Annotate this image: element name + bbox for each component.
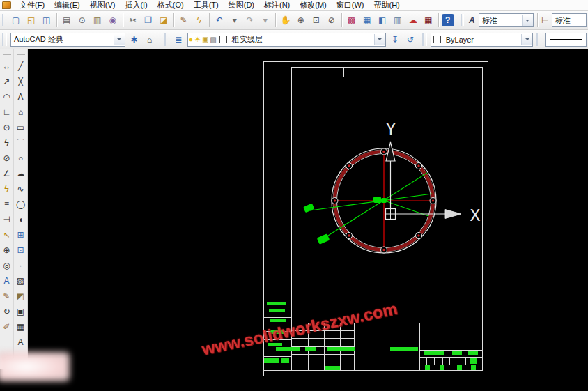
dimension-text-edit-button[interactable]: A: [0, 273, 13, 289]
redo-options-button[interactable]: ▾: [258, 13, 272, 27]
polygon-button[interactable]: ⌂: [14, 105, 27, 120]
linear-dimension-button[interactable]: ↔: [0, 59, 13, 74]
block-editor-button[interactable]: ϟ: [192, 13, 206, 27]
arc-button[interactable]: ⌒: [14, 135, 27, 151]
toolbar-grip[interactable]: [17, 52, 25, 55]
toolbar-grip[interactable]: [536, 33, 541, 46]
arc-length-dimension-button[interactable]: ◠: [0, 89, 13, 105]
quick-leader-button[interactable]: ↖: [0, 227, 13, 243]
layer-on-icon[interactable]: ●: [189, 34, 193, 45]
menu-item-0[interactable]: 文件(F): [15, 0, 49, 10]
workspace-settings-button[interactable]: ✱: [127, 33, 141, 47]
menu-item-7[interactable]: 标注(N): [259, 0, 295, 10]
paste-button[interactable]: ◪: [157, 13, 171, 27]
menu-item-4[interactable]: 格式(O): [153, 0, 189, 10]
new-file-button[interactable]: ▢: [9, 13, 23, 27]
angular-dimension-button[interactable]: ∠: [0, 166, 13, 181]
ellipse-arc-button[interactable]: ◖: [14, 212, 27, 227]
layer-properties-manager-button[interactable]: ≣: [172, 33, 185, 47]
save-file-button[interactable]: ◫: [40, 13, 54, 27]
hatch-button[interactable]: ▨: [14, 273, 27, 289]
markup-set-manager-button[interactable]: ☁: [406, 13, 420, 27]
dim-style-manager-button[interactable]: ⊢: [540, 13, 550, 27]
multiline-text-button[interactable]: A: [14, 335, 27, 350]
my-workspace-button[interactable]: ⌂: [143, 33, 157, 47]
rectangle-button[interactable]: ▭: [14, 120, 27, 135]
zoom-realtime-button[interactable]: ⊕: [294, 13, 308, 27]
workspace-combo[interactable]: AutoCAD 经典: [10, 33, 125, 47]
center-mark-button[interactable]: ◎: [0, 258, 13, 273]
help-button[interactable]: ?: [442, 14, 454, 26]
menu-item-1[interactable]: 编辑(E): [49, 0, 85, 10]
toolbar-grip[interactable]: [164, 33, 169, 46]
publish-button[interactable]: ▥: [91, 13, 105, 27]
ellipse-button[interactable]: ◯: [14, 197, 27, 212]
quickcalc-button[interactable]: ▦: [421, 13, 435, 27]
toolbar-grip[interactable]: [461, 14, 465, 26]
region-button[interactable]: ▣: [14, 304, 27, 319]
redo-button[interactable]: ↷: [243, 13, 257, 27]
color-combo[interactable]: ByLayer: [431, 33, 533, 47]
sheet-set-manager-button[interactable]: ▥: [391, 13, 405, 27]
toolbar-grip[interactable]: [422, 33, 427, 46]
layer-freeze-icon[interactable]: ☀: [194, 34, 201, 45]
spline-button[interactable]: ∿: [14, 181, 27, 197]
3d-dwf-button[interactable]: ◉: [106, 13, 120, 27]
insert-block-button[interactable]: ⊞: [14, 227, 27, 243]
quick-dimension-button[interactable]: ϟ: [0, 181, 13, 197]
layer-lock-icon[interactable]: ▣: [202, 34, 208, 45]
dimension-style-button[interactable]: ✐: [0, 319, 13, 335]
plot-preview-button[interactable]: ⊙: [75, 13, 89, 27]
continue-dimension-button[interactable]: ⊣: [0, 212, 13, 227]
drawing-canvas[interactable]: Y X www.solidworkszxw.com: [28, 49, 588, 391]
make-block-button[interactable]: ⊡: [14, 243, 27, 258]
ordinate-dimension-button[interactable]: ∟: [0, 105, 13, 120]
revision-cloud-button[interactable]: ☁: [14, 166, 27, 181]
copy-button[interactable]: ❐: [141, 13, 155, 27]
text-style-combo[interactable]: 标准: [479, 13, 534, 27]
radius-dimension-button[interactable]: ⊙: [0, 120, 13, 135]
menu-item-6[interactable]: 绘图(D): [224, 0, 259, 10]
polyline-button[interactable]: Λ: [14, 89, 27, 105]
menu-item-10[interactable]: 帮助(H): [369, 0, 405, 10]
toolbar-grip[interactable]: [2, 14, 6, 26]
zoom-previous-button[interactable]: ⊘: [325, 13, 339, 27]
pan-realtime-button[interactable]: ✋: [279, 13, 293, 27]
menu-item-3[interactable]: 插入(I): [120, 0, 152, 10]
menu-item-8[interactable]: 修改(M): [295, 0, 332, 10]
menu-item-2[interactable]: 视图(V): [85, 0, 121, 10]
toolbar-grip[interactable]: [2, 33, 7, 46]
open-file-button[interactable]: ◱: [24, 13, 38, 27]
baseline-dimension-button[interactable]: ≡: [0, 197, 13, 212]
chevron-down-icon[interactable]: [522, 15, 533, 26]
tolerance-button[interactable]: ⊕: [0, 243, 13, 258]
line-button[interactable]: ╱: [14, 59, 27, 74]
dimension-edit-button[interactable]: ✎: [0, 289, 13, 304]
diameter-dimension-button[interactable]: ⊘: [0, 151, 13, 166]
layer-previous-button[interactable]: ↺: [403, 33, 417, 47]
layer-plot-icon[interactable]: ▤: [210, 34, 216, 45]
circle-button[interactable]: ○: [14, 151, 27, 166]
table-button[interactable]: ▦: [14, 319, 27, 335]
linetype-combo[interactable]: [545, 33, 587, 47]
plot-button[interactable]: ▤: [60, 13, 74, 27]
undo-button[interactable]: ↶: [212, 13, 226, 27]
zoom-window-button[interactable]: ⊡: [309, 13, 323, 27]
dim-style-combo[interactable]: 标准: [552, 13, 587, 27]
chevron-down-icon[interactable]: [521, 34, 532, 45]
aligned-dimension-button[interactable]: ↗: [0, 74, 13, 89]
layer-combo[interactable]: ●☀▣▤ 粗实线层: [187, 33, 386, 47]
designcenter-button[interactable]: ▦: [360, 13, 374, 27]
gradient-button[interactable]: ◩: [14, 289, 27, 304]
chevron-down-icon[interactable]: [114, 34, 125, 45]
jogged-dimension-button[interactable]: ϟ: [0, 135, 13, 151]
undo-options-button[interactable]: ▾: [228, 13, 242, 27]
menu-item-9[interactable]: 窗口(W): [332, 0, 369, 10]
text-style-manager-button[interactable]: A: [467, 13, 477, 27]
make-object-layer-current-button[interactable]: ↧: [388, 33, 402, 47]
tool-palettes-button[interactable]: ◧: [376, 13, 389, 27]
cut-button[interactable]: ✂: [126, 13, 140, 27]
construction-line-button[interactable]: ╳: [14, 74, 27, 89]
dimension-update-button[interactable]: ↻: [0, 304, 13, 319]
point-button[interactable]: ·: [14, 258, 27, 273]
